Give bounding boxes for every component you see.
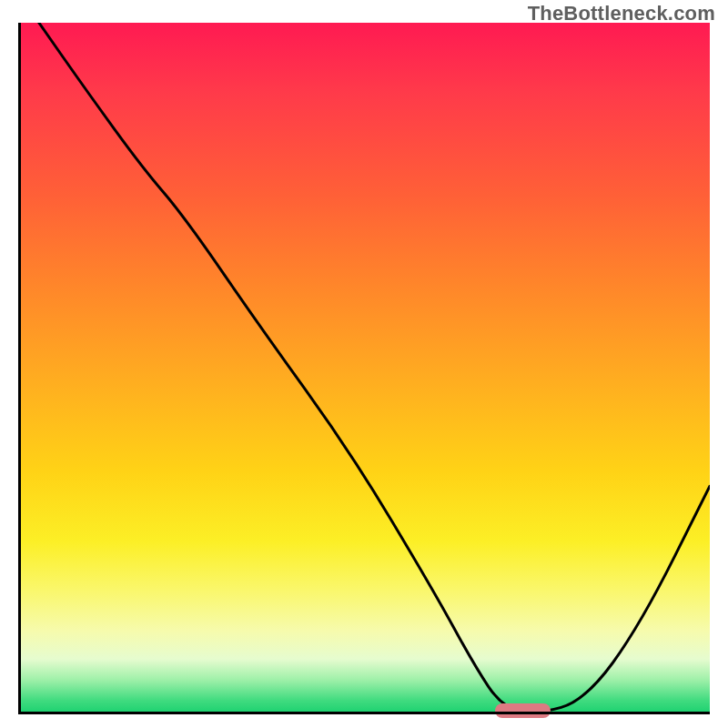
x-axis-line (18, 712, 710, 714)
y-axis-line (18, 23, 21, 714)
curve-svg (18, 23, 710, 714)
chart-container: TheBottleneck.com (0, 0, 728, 728)
plot-area (18, 23, 710, 714)
bottleneck-curve (39, 23, 710, 712)
